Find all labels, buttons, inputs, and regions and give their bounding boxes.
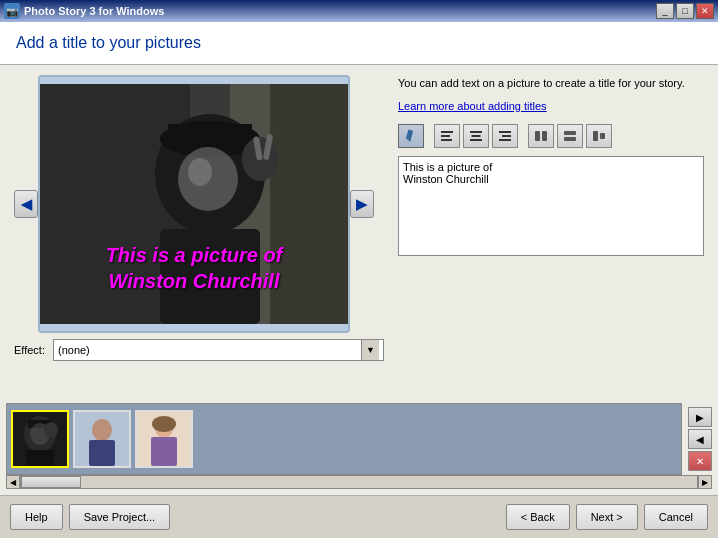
filmstrip-thumbnail-2[interactable]: [73, 410, 131, 468]
svg-rect-23: [499, 139, 511, 141]
svg-rect-18: [470, 131, 482, 133]
svg-rect-19: [472, 135, 481, 137]
maximize-button[interactable]: □: [676, 3, 694, 19]
page-header: Add a title to your pictures: [0, 22, 718, 65]
help-button[interactable]: Help: [10, 504, 63, 530]
window-body: Add a title to your pictures ◀: [0, 22, 718, 538]
font-style-button-2[interactable]: [557, 124, 583, 148]
svg-rect-28: [593, 131, 598, 141]
font-style-2-icon: [563, 130, 577, 142]
svg-rect-17: [441, 139, 452, 141]
align-right-icon: [498, 130, 512, 142]
scrollbar-track: [20, 475, 698, 489]
help-description: You can add text on a picture to create …: [398, 75, 704, 92]
picture-inner: This is a picture of Winston Churchill: [40, 84, 347, 324]
align-left-button[interactable]: [434, 124, 460, 148]
thumbnail-churchill-svg: [13, 412, 67, 466]
bottom-bar: Help Save Project... < Back Next > Cance…: [0, 495, 718, 538]
window-controls: _ □ ✕: [656, 3, 714, 19]
svg-rect-39: [75, 412, 129, 466]
svg-point-35: [44, 422, 58, 438]
svg-rect-26: [564, 131, 576, 135]
cancel-button[interactable]: Cancel: [644, 504, 708, 530]
svg-rect-16: [441, 135, 450, 137]
picture-navigation: ◀: [14, 75, 374, 333]
svg-rect-21: [499, 131, 511, 133]
svg-rect-22: [502, 135, 511, 137]
app-icon: 📷: [4, 3, 20, 19]
filmstrip-scrollbar-area: ◀ ▶: [6, 475, 712, 489]
next-picture-button[interactable]: ▶: [350, 190, 374, 218]
font-style-button-3[interactable]: [586, 124, 612, 148]
effect-dropdown[interactable]: (none) ▼: [53, 339, 384, 361]
right-panel: You can add text on a picture to create …: [398, 75, 704, 389]
picture-title-overlay: This is a picture of Winston Churchill: [50, 242, 337, 294]
svg-rect-13: [406, 129, 413, 140]
align-center-icon: [469, 130, 483, 142]
close-button[interactable]: ✕: [696, 3, 714, 19]
font-style-1-icon: [534, 130, 548, 142]
learn-more-link[interactable]: Learn more about adding titles: [398, 100, 704, 112]
align-center-button[interactable]: [463, 124, 489, 148]
svg-point-12: [188, 158, 212, 186]
svg-rect-43: [151, 437, 177, 466]
next-button[interactable]: Next >: [576, 504, 638, 530]
effect-value: (none): [58, 344, 90, 356]
svg-point-42: [152, 416, 176, 432]
pencil-tool-button[interactable]: [398, 124, 424, 148]
svg-rect-34: [26, 450, 54, 466]
effect-label: Effect:: [14, 344, 45, 356]
filmstrip-back-button[interactable]: ◀: [688, 429, 712, 449]
title-bar-text: Photo Story 3 for Windows: [24, 5, 652, 17]
title-text-input[interactable]: This is a picture of Winston Churchill: [398, 156, 704, 256]
filmstrip-thumbnail-1[interactable]: [11, 410, 69, 468]
align-left-icon: [440, 130, 454, 142]
prev-picture-button[interactable]: ◀: [14, 190, 38, 218]
filmstrip-thumbnail-3[interactable]: [135, 410, 193, 468]
svg-rect-25: [542, 131, 547, 141]
svg-rect-27: [564, 137, 576, 141]
filmstrip-row: ▶ ◀ ✕: [0, 403, 718, 475]
pencil-icon: [404, 129, 418, 143]
svg-rect-6: [168, 124, 252, 149]
filmstrip-controls: ▶ ◀ ✕: [688, 407, 712, 471]
svg-rect-20: [470, 139, 482, 141]
font-style-3-icon: [592, 130, 606, 142]
scroll-left-button[interactable]: ◀: [6, 475, 20, 489]
scroll-right-button[interactable]: ▶: [698, 475, 712, 489]
page-title: Add a title to your pictures: [16, 34, 702, 52]
text-formatting-toolbar: [398, 124, 704, 148]
back-button[interactable]: < Back: [506, 504, 570, 530]
picture-frame: This is a picture of Winston Churchill: [38, 75, 349, 333]
minimize-button[interactable]: _: [656, 3, 674, 19]
filmstrip-content: [6, 403, 682, 475]
filmstrip-wrapper: ▶ ◀ ✕ ◀ ▶: [0, 399, 718, 495]
thumbnail-man-svg: [75, 412, 129, 466]
svg-rect-15: [441, 131, 453, 133]
title-bar: 📷 Photo Story 3 for Windows _ □ ✕: [0, 0, 718, 22]
align-right-button[interactable]: [492, 124, 518, 148]
main-content: ◀: [0, 65, 718, 399]
filmstrip-forward-button[interactable]: ▶: [688, 407, 712, 427]
svg-rect-29: [600, 133, 605, 139]
save-project-button[interactable]: Save Project...: [69, 504, 171, 530]
dropdown-arrow-icon: ▼: [361, 340, 379, 360]
svg-rect-24: [535, 131, 540, 141]
thumbnail-woman-svg: [137, 412, 191, 466]
scrollbar-thumb[interactable]: [21, 476, 81, 488]
effect-row: Effect: (none) ▼: [14, 339, 384, 361]
photo-display: This is a picture of Winston Churchill: [40, 84, 347, 324]
left-panel: ◀: [14, 75, 384, 389]
font-style-button-1[interactable]: [528, 124, 554, 148]
filmstrip-delete-button[interactable]: ✕: [688, 451, 712, 471]
